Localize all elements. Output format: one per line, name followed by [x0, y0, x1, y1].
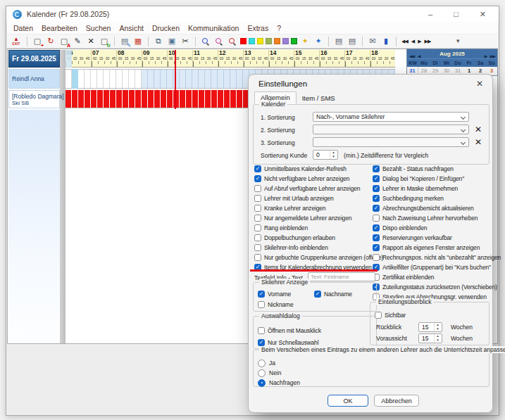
checkbox-nicht-verfügbare-lehrer-anzeigen[interactable]: ✓Nicht verfügbare Lehrer anzeigen [254, 174, 349, 183]
prev-button[interactable]: ◀ [411, 39, 415, 44]
filter-color-purple[interactable] [282, 38, 289, 44]
checkbox-artikelfilter-gruppenart-bei-kurs-buchen[interactable]: ✓Artikelfilter (Gruppenart) bei "Kurs bu… [373, 263, 491, 272]
spin-down-icon[interactable]: ▼ [332, 155, 335, 159]
tab-item-sms[interactable]: Item / SMS [297, 93, 341, 104]
cut-button[interactable]: ✂ [180, 36, 191, 47]
checkbox-kranke-lehrer-anzeigen[interactable]: Kranke Lehrer anzeigen [254, 204, 325, 212]
checkbox-dispo-einblenden[interactable]: ✓Dispo einblenden [373, 224, 427, 232]
spin-down-icon[interactable]: ▼ [436, 339, 439, 343]
rückblick-spinner[interactable]: 15▲▼ [418, 322, 442, 332]
close-button[interactable]: ✕ [480, 10, 486, 19]
checkbox-suchbedingung-merken[interactable]: ✓Suchbedingung merken [373, 194, 444, 203]
checkbox-lehrer-mit-urlaub-anzeigen[interactable]: Lehrer mit Urlaub anzeigen [254, 194, 334, 203]
voraussicht-spinner[interactable]: 15▲▼ [418, 333, 442, 343]
checkbox-doppelbuchungen-erlauben[interactable]: Doppelbuchungen erlauben [254, 234, 335, 242]
marker-blue-button[interactable]: ✦ [313, 36, 324, 47]
highlighter-button[interactable]: ▮ [380, 36, 392, 47]
filter-color-cyan[interactable] [249, 38, 255, 44]
sort2-combobox[interactable] [313, 125, 469, 134]
checkbox-zertifikat-einblenden[interactable]: Zertifikat einblenden [373, 273, 434, 281]
row-label-teacher-2[interactable]: [Robledo Dagmara] Ski SB [8, 90, 60, 108]
checkbox-nur-angemeldete-lehrer-anzeigen[interactable]: Nur angemeldete Lehrer anzeigen [254, 214, 351, 222]
checkbox-rang-einblenden[interactable]: Rang einblenden [254, 224, 308, 232]
radio-nachfragen[interactable]: Nachfragen [258, 378, 300, 387]
checkbox-zuteilungsstatus-zurücksetzen-verschieben[interactable]: ✓Zuteilungsstatus zurücksetzen (Verschie… [373, 283, 497, 291]
cancel-button[interactable]: Abbrechen [374, 395, 419, 407]
checkbox-nur-gebuchte-gruppenkurse-anzeigen-offene[interactable]: Nur gebuchte Gruppenkurse anzeigen (offe… [254, 253, 383, 262]
filter-color-olive[interactable] [266, 38, 272, 44]
sort2-clear-icon[interactable]: ✕ [475, 125, 482, 134]
checkbox-reservierungen-verkaufbar[interactable]: ✓Reservierungen verkaufbar [373, 234, 452, 242]
rebook-button[interactable]: ↻ [45, 36, 56, 47]
checkbox-auf-abruf-verfügbare-lehrer-anzeigen[interactable]: Auf Abruf verfügbare Lehrer anzeigen [254, 184, 360, 193]
ok-button[interactable]: OK [328, 395, 368, 407]
menu-item-drucken[interactable]: Drucken [149, 23, 183, 33]
textfeld-input[interactable] [308, 272, 375, 281]
mini-cal-prev-month-icon[interactable]: ◀ [418, 54, 420, 58]
prev-fast-button[interactable]: ◀◀ [401, 39, 409, 44]
spin-up-icon[interactable]: ▲ [436, 324, 439, 327]
checkbox-vorname[interactable]: ✓Vorname [258, 290, 291, 298]
print-button[interactable]: ▤ [333, 36, 344, 47]
menu-item-daten[interactable]: Daten [10, 23, 37, 33]
maximize-button[interactable]: □ [454, 10, 459, 18]
checkbox-nach-zuweisung-lehrer-hervorheben[interactable]: Nach Zuweisung Lehrer hervorheben [373, 214, 478, 222]
sort1-combobox[interactable]: Nach-, Vorname Skilehrer [313, 112, 469, 122]
filter-color-orange[interactable] [274, 38, 280, 44]
refresh-button[interactable]: ▢↻ [99, 36, 110, 47]
paste-button[interactable]: ▣ [166, 36, 177, 47]
sortierung-kunde-spinner[interactable]: 0▲▼ [313, 150, 338, 160]
filter-color-yellow[interactable] [257, 38, 263, 44]
spin-up-icon[interactable]: ▲ [332, 151, 335, 155]
toolbar-overflow-chevron-icon[interactable]: ▾ [456, 37, 460, 44]
filter-color-green[interactable] [291, 38, 297, 44]
print-settings-button[interactable]: ▤✎ [119, 36, 130, 47]
checkbox-öffnen-mit-mausklick[interactable]: Öffnen mit Mausklick [258, 326, 321, 335]
checkbox-nachname[interactable]: ✓Nachname [314, 290, 352, 298]
menu-item-bearbeiten[interactable]: Bearbeiten [38, 23, 81, 33]
print-all-button[interactable]: ▤ [347, 36, 358, 47]
zoom-in-button[interactable] [200, 36, 211, 47]
new-article-button[interactable]: ▢A [58, 36, 70, 47]
marker-yellow-button[interactable]: ✦ [299, 36, 311, 47]
checkbox-dialog-bei-kopieren-einfügen[interactable]: ✓Dialog bei "Kopieren / Einfügen" [373, 174, 464, 183]
radio-ja[interactable]: Ja [258, 359, 275, 367]
menu-item-ansicht[interactable]: Ansicht [116, 23, 146, 33]
next-button[interactable]: ▶ [417, 39, 421, 44]
mini-cal-prev-year-icon[interactable]: ◀◀ [409, 54, 414, 58]
timeline-slot-highlight[interactable] [72, 69, 78, 89]
sort3-combobox[interactable] [313, 137, 469, 147]
row-label-teacher-1[interactable]: Reindl Anna [8, 69, 60, 89]
zoom-default-button[interactable] [213, 36, 225, 47]
delete-entry-button[interactable]: ✕ [85, 36, 96, 47]
new-entry-button[interactable]: ▢+ [32, 36, 43, 47]
checkbox-lehrer-in-maske-übernehmen[interactable]: ✓Lehrer in Maske übernehmen [373, 184, 458, 193]
zoom-out-button[interactable] [227, 36, 238, 47]
checkbox-sichtbar[interactable]: Sichtbar [375, 311, 406, 319]
menu-item-kommunikation[interactable]: Kommunikation [185, 23, 242, 33]
email-button[interactable]: ✉ [367, 36, 378, 47]
sort3-clear-icon[interactable]: ✕ [475, 138, 482, 146]
spinner-arrows-icon[interactable]: ▲▼ [330, 151, 337, 159]
spin-up-icon[interactable]: ▲ [436, 335, 439, 338]
minimize-button[interactable]: – [428, 10, 432, 18]
checkbox-abrechnungsübersicht-aktualisieren[interactable]: ✓Abrechnungsübersicht aktualisieren [373, 204, 474, 212]
checkbox-skilehrer-info-einblenden[interactable]: Skilehrer-Info einblenden [254, 243, 328, 252]
dialog-close-icon[interactable]: ✕ [476, 79, 483, 89]
spin-down-icon[interactable]: ▼ [436, 328, 439, 331]
mini-cal-next-year-icon[interactable]: ▶▶ [490, 54, 495, 58]
edit-entry-button[interactable]: ✎ [72, 36, 83, 47]
exit-button[interactable]: ▲EXIT [10, 37, 23, 46]
day-view-button[interactable]: ▦ [132, 36, 144, 47]
checkbox-bezahlt-status-nachfragen[interactable]: ✓Bezahlt - Status nachfragen [373, 165, 454, 173]
checkbox-rechnungspos-nicht-als-unbezahlt-anzeigen[interactable]: Rechnungspos. nicht als "unbezahlt" anze… [373, 253, 501, 262]
spinner-arrows-icon[interactable]: ▲▼ [434, 323, 441, 331]
copy-button[interactable]: ⧉ [153, 36, 164, 47]
filter-color-red[interactable] [240, 38, 247, 44]
spinner-arrows-icon[interactable]: ▲▼ [434, 334, 441, 343]
menu-item-[interactable]: ? [273, 23, 285, 33]
mini-cal-next-month-icon[interactable]: ▶ [485, 54, 487, 58]
menu-item-extras[interactable]: Extras [244, 23, 272, 33]
menu-item-suchen[interactable]: Suchen [82, 23, 115, 33]
radio-nein[interactable]: Nein [258, 369, 281, 377]
